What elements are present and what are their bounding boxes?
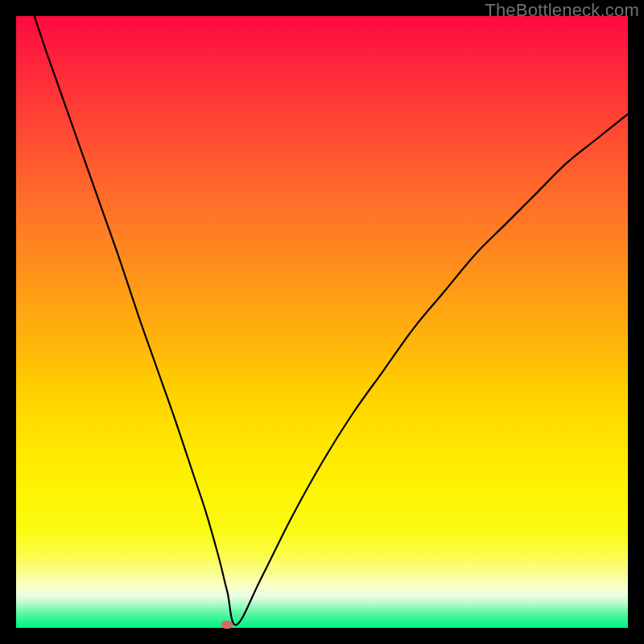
plot-area xyxy=(16,16,628,628)
optimal-point-marker xyxy=(221,621,233,629)
attribution-text: TheBottleneck.com xyxy=(485,0,639,21)
bottleneck-curve xyxy=(16,16,628,628)
